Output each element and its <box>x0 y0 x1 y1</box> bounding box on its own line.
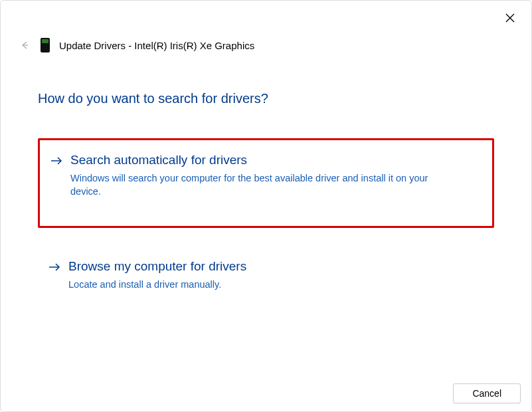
close-icon <box>505 13 515 23</box>
back-arrow-icon <box>20 41 29 50</box>
dialog-header: Update Drivers - Intel(R) Iris(R) Xe Gra… <box>1 1 531 52</box>
close-button[interactable] <box>502 10 518 26</box>
option-search-automatically[interactable]: Search automatically for drivers Windows… <box>38 138 494 228</box>
arrow-right-icon <box>48 258 60 276</box>
option-title: Browse my computer for drivers <box>68 258 484 275</box>
dialog-footer: Cancel <box>453 383 521 403</box>
dialog-heading: How do you want to search for drivers? <box>1 52 531 106</box>
back-button[interactable] <box>18 39 31 52</box>
option-title: Search automatically for drivers <box>70 152 482 169</box>
cancel-button[interactable]: Cancel <box>453 383 521 403</box>
dialog-title: Update Drivers - Intel(R) Iris(R) Xe Gra… <box>59 40 254 51</box>
device-icon <box>41 38 50 52</box>
options-container: Search automatically for drivers Windows… <box>1 106 531 304</box>
option-description: Windows will search your computer for th… <box>70 171 442 199</box>
option-browse-computer[interactable]: Browse my computer for drivers Locate an… <box>38 247 494 304</box>
option-description: Locate and install a driver manually. <box>68 278 440 291</box>
arrow-right-icon <box>50 152 62 170</box>
update-drivers-dialog: Update Drivers - Intel(R) Iris(R) Xe Gra… <box>0 0 532 412</box>
